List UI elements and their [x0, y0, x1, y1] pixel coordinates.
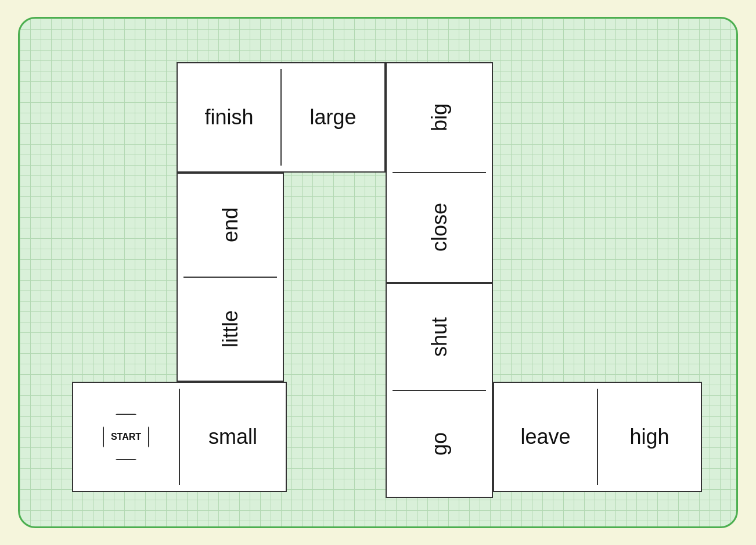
text-finish: finish	[204, 105, 253, 130]
card-start-section: START	[73, 414, 179, 460]
card-big-close: big close	[386, 62, 493, 283]
text-high: high	[629, 425, 669, 449]
card-bottom-go: go	[427, 391, 452, 497]
card-start-small: START small	[72, 382, 287, 492]
text-leave: leave	[520, 425, 570, 449]
card-right-large: large	[282, 105, 384, 130]
card-top-shut: shut	[427, 284, 452, 390]
card-bottom-close: close	[427, 173, 452, 282]
card-top-big: big	[427, 63, 452, 172]
card-shut-go: shut go	[386, 283, 493, 498]
text-close: close	[427, 203, 452, 252]
card-right-small: small	[180, 425, 286, 449]
card-leave-high: leave high	[493, 382, 702, 492]
text-big: big	[427, 103, 452, 131]
card-right-high: high	[598, 425, 701, 449]
card-left-finish: finish	[178, 105, 280, 130]
card-bottom-little: little	[218, 278, 243, 381]
card-end-little: end little	[177, 173, 284, 382]
text-end: end	[218, 207, 243, 242]
text-small: small	[208, 425, 257, 449]
card-left-leave: leave	[494, 425, 597, 449]
card-top-end: end	[218, 174, 243, 277]
start-label: START	[111, 432, 141, 442]
text-large: large	[309, 105, 356, 130]
text-go: go	[427, 432, 452, 456]
text-shut: shut	[427, 317, 452, 357]
text-little: little	[218, 310, 243, 347]
game-board: finish large big close end little shut	[18, 17, 738, 528]
card-finish-large: finish large	[177, 62, 386, 173]
start-octagon: START	[103, 414, 149, 460]
